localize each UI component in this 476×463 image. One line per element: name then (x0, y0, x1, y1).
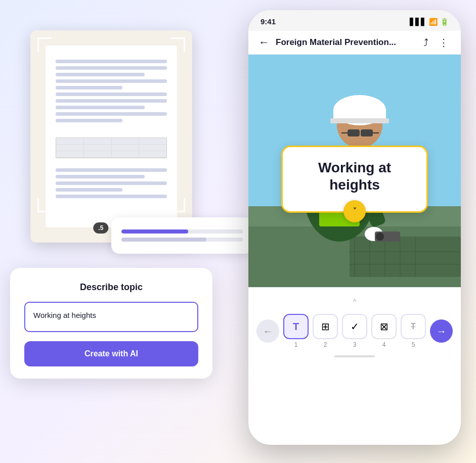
table-cell (139, 138, 166, 144)
slot-5-button[interactable]: T (401, 314, 426, 339)
doc-line (56, 92, 167, 96)
phone-image-area: Working at heights ˅ (248, 55, 461, 287)
doc-line (56, 106, 145, 109)
doc-line (56, 112, 167, 116)
toolbar-slot-4: ⊠ 4 (371, 314, 397, 348)
table-cell (84, 138, 112, 144)
progress-fill-1 (121, 229, 188, 234)
document-text-lines (56, 56, 167, 129)
progress-track-2 (121, 238, 243, 242)
progress-fill-2 (121, 238, 206, 242)
table-cell (139, 145, 166, 151)
slot-3-button[interactable]: ✓ (342, 314, 367, 339)
status-bar: 9:41 ▋▋▋ 📶 🔋 (248, 10, 461, 31)
doc-line (56, 168, 167, 172)
doc-line (56, 66, 167, 70)
doc-line (56, 99, 167, 103)
slot-1-button[interactable]: T (283, 314, 309, 339)
doc-line (56, 60, 167, 63)
table-cell (56, 145, 84, 151)
doc-line (56, 181, 167, 185)
topic-input[interactable]: Working at heights (24, 302, 198, 332)
slot-3-number: 3 (353, 341, 357, 348)
svg-point-26 (376, 233, 384, 241)
toolbar-items: ← T 1 ⊞ 2 ✓ 3 (256, 314, 453, 348)
table-cell (84, 151, 112, 157)
battery-icon: 🔋 (440, 18, 449, 26)
title-overlay-card: Working at heights ˅ (281, 146, 428, 213)
status-icons: ▋▋▋ 📶 🔋 (410, 18, 449, 26)
create-ai-button[interactable]: Create with AI (24, 341, 198, 366)
image-x-icon: ⊠ (380, 320, 388, 333)
toolbar-slot-5: T 5 (401, 314, 426, 348)
table-cell (56, 138, 84, 144)
share-button[interactable]: ⤴ (421, 37, 430, 49)
toolbar-slot-3: ✓ 3 (342, 314, 367, 348)
document-text-lines-2 (56, 164, 167, 205)
doc-line (56, 188, 122, 192)
toolbar-scrollbar (334, 355, 375, 357)
table-cell (112, 151, 140, 157)
wifi-icon: 📶 (429, 18, 438, 26)
more-button[interactable]: ⋮ (437, 36, 451, 49)
svg-rect-19 (348, 129, 360, 136)
table-cell (139, 151, 166, 157)
svg-rect-18 (330, 118, 389, 123)
image-icon: ⊞ (321, 320, 330, 333)
toolbar-slot-1: T 1 (283, 314, 309, 348)
slot-4-button[interactable]: ⊠ (371, 314, 397, 339)
table-cell (84, 145, 112, 151)
slide-title: Working at heights (293, 159, 416, 193)
slot-2-button[interactable]: ⊞ (313, 314, 338, 339)
speed-0-5[interactable]: .5 (93, 222, 108, 234)
svg-rect-20 (361, 129, 373, 136)
svg-rect-3 (350, 237, 461, 277)
toolbar-next-button[interactable]: → (430, 319, 453, 343)
table-cell (112, 145, 140, 151)
doc-line (56, 119, 122, 122)
text-style-icon: T (411, 322, 416, 331)
table-cell (112, 138, 140, 144)
table-cell (56, 151, 84, 157)
doc-line (56, 175, 145, 178)
chevron-down-button[interactable]: ˅ (343, 200, 366, 222)
header-title: Foreign Material Prevention... (276, 37, 415, 48)
document-card: .5 1x (30, 30, 192, 243)
toolbar-back-button[interactable]: ← (256, 319, 279, 343)
slot-4-number: 4 (382, 341, 386, 348)
phone-toolbar: ^ ← T 1 ⊞ 2 (248, 287, 461, 365)
slot-1-number: 1 (294, 341, 298, 348)
back-arrow-icon: ← (263, 326, 273, 337)
slot-2-number: 2 (324, 341, 327, 348)
slot-5-number: 5 (412, 341, 415, 348)
progress-card (111, 217, 253, 254)
text-icon: T (293, 321, 299, 333)
doc-line (56, 195, 167, 198)
status-time: 9:41 (261, 17, 276, 26)
describe-card: Describe topic Working at heights Create… (10, 268, 212, 379)
check-icon: ✓ (351, 320, 359, 333)
toolbar-slot-2: ⊞ 2 (313, 314, 338, 348)
progress-track-1 (121, 229, 243, 234)
describe-title: Describe topic (24, 282, 198, 293)
svg-rect-17 (333, 109, 386, 119)
toolbar-handle-icon: ^ (256, 298, 453, 306)
app-header: ← Foreign Material Prevention... ⤴ ⋮ (248, 31, 461, 55)
next-arrow-icon: → (437, 326, 447, 337)
phone-mockup: 9:41 ▋▋▋ 📶 🔋 ← Foreign Material Preventi… (248, 10, 461, 445)
back-button[interactable]: ← (258, 36, 270, 49)
document-inner (46, 45, 177, 227)
document-table (56, 137, 167, 158)
doc-line (56, 79, 167, 83)
doc-line (56, 73, 145, 76)
signal-icon: ▋▋▋ (410, 18, 426, 26)
doc-line (56, 86, 122, 89)
